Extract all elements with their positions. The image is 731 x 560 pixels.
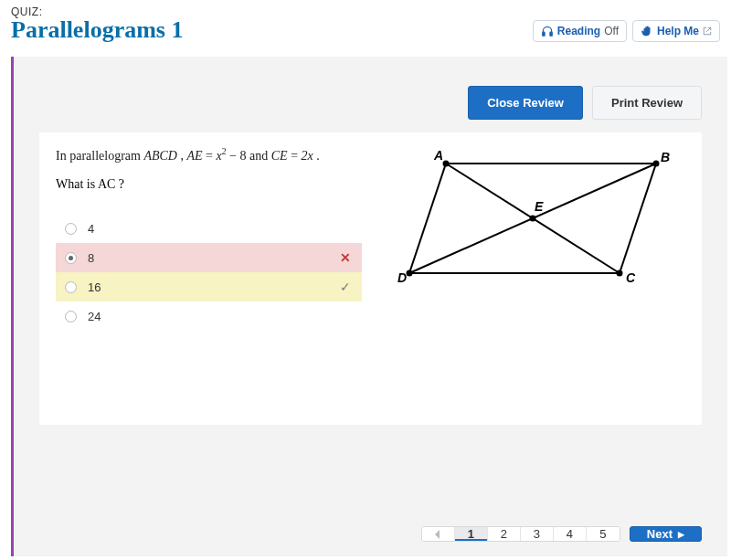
quiz-stage: Close Review Print Review In parallelogr… bbox=[11, 57, 727, 556]
next-button[interactable]: Next ▶ bbox=[630, 526, 702, 542]
svg-rect-0 bbox=[543, 32, 545, 36]
close-review-button[interactable]: Close Review bbox=[468, 86, 583, 120]
choice-label: 8 bbox=[88, 251, 94, 265]
choice-label: 16 bbox=[88, 280, 101, 294]
header-right: Reading Off Help Me bbox=[533, 20, 720, 42]
svg-point-8 bbox=[406, 270, 412, 277]
print-review-button[interactable]: Print Review bbox=[592, 86, 702, 120]
pager: 1 2 3 4 5 Next ▶ bbox=[421, 526, 702, 542]
ce-var: CE bbox=[271, 149, 288, 163]
and: and bbox=[247, 149, 271, 163]
svg-marker-10 bbox=[435, 530, 440, 539]
radio-icon bbox=[65, 252, 77, 264]
period: . bbox=[313, 149, 320, 163]
prev-page-button[interactable] bbox=[422, 527, 455, 541]
popout-icon bbox=[703, 26, 712, 36]
choice-option[interactable]: 8 ✕ bbox=[56, 243, 362, 272]
next-label: Next bbox=[647, 527, 673, 541]
svg-point-7 bbox=[616, 270, 622, 277]
shape-name: ABCD bbox=[143, 149, 177, 163]
eq1: = bbox=[203, 149, 217, 163]
page-title: Parallelograms 1 bbox=[11, 16, 183, 44]
app-header: QUIZ: Parallelograms 1 Reading Off Help … bbox=[0, 0, 731, 49]
sep1: , bbox=[177, 149, 187, 163]
header-left: QUIZ: Parallelograms 1 bbox=[11, 5, 183, 44]
choice-label: 4 bbox=[88, 222, 94, 236]
question-card: In parallelogram ABCD , AE = x2 − 8 and … bbox=[39, 132, 702, 425]
page-number[interactable]: 4 bbox=[554, 527, 587, 541]
prompt-prefix: In parallelogram bbox=[56, 149, 143, 163]
choice-list: 4 8 ✕ 16 ✓ 24 bbox=[56, 214, 362, 331]
ce-expr: 2x bbox=[302, 149, 313, 163]
svg-point-6 bbox=[652, 161, 659, 167]
figure-column: A B C D E bbox=[380, 145, 686, 388]
page-list: 1 2 3 4 5 bbox=[421, 526, 620, 542]
svg-point-9 bbox=[529, 216, 535, 222]
page-number[interactable]: 3 bbox=[521, 527, 554, 541]
choice-option[interactable]: 24 bbox=[56, 301, 362, 331]
reading-toggle-button[interactable]: Reading Off bbox=[533, 20, 627, 42]
sub-var: AC bbox=[98, 177, 115, 191]
radio-icon bbox=[65, 223, 77, 235]
page-number[interactable]: 5 bbox=[587, 527, 620, 541]
choice-label: 24 bbox=[88, 310, 101, 323]
sub-question: What is AC ? bbox=[56, 177, 362, 192]
page-number[interactable]: 2 bbox=[488, 527, 521, 541]
help-label: Help Me bbox=[657, 25, 699, 37]
headphones-icon bbox=[541, 25, 554, 37]
choice-option[interactable]: 16 ✓ bbox=[56, 272, 362, 301]
page-number[interactable]: 1 bbox=[455, 527, 488, 541]
label-A: A bbox=[433, 148, 443, 163]
chevron-right-icon: ▶ bbox=[678, 530, 684, 539]
parallelogram-figure: A B C D E bbox=[396, 145, 670, 301]
sub-prefix: What is bbox=[56, 177, 98, 191]
radio-icon bbox=[65, 281, 77, 293]
hand-icon bbox=[641, 25, 653, 37]
reading-state: Off bbox=[604, 25, 619, 37]
question-prompt: In parallelogram ABCD , AE = x2 − 8 and … bbox=[56, 145, 362, 164]
label-B: B bbox=[661, 150, 670, 164]
help-button[interactable]: Help Me bbox=[632, 20, 720, 42]
ae-var: AE bbox=[186, 149, 202, 163]
label-D: D bbox=[397, 270, 407, 285]
question-column: In parallelogram ABCD , AE = x2 − 8 and … bbox=[56, 145, 362, 388]
chevron-left-icon bbox=[434, 530, 441, 539]
choice-option[interactable]: 4 bbox=[56, 214, 362, 243]
svg-rect-1 bbox=[550, 32, 552, 36]
wrong-mark-icon: ✕ bbox=[340, 250, 351, 265]
eq2: = bbox=[288, 149, 302, 163]
reading-label: Reading bbox=[557, 25, 600, 37]
label-C: C bbox=[626, 270, 636, 285]
radio-icon bbox=[65, 311, 77, 322]
review-bar: Close Review Print Review bbox=[14, 57, 727, 132]
correct-mark-icon: ✓ bbox=[340, 280, 351, 294]
svg-point-5 bbox=[442, 161, 449, 167]
label-E: E bbox=[535, 199, 544, 214]
ae-tail: − 8 bbox=[227, 149, 247, 163]
sub-suffix: ? bbox=[115, 177, 124, 191]
